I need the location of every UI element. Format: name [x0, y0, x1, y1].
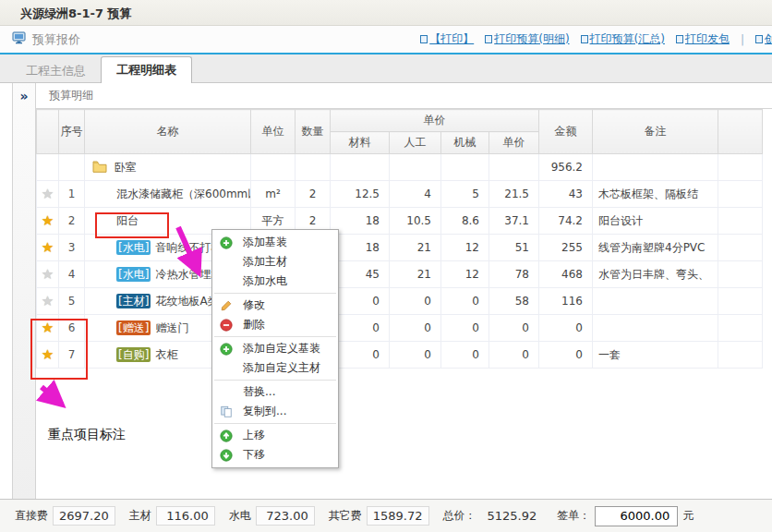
menu-replace[interactable]: 替换...	[212, 382, 338, 402]
left-gutter	[0, 83, 12, 499]
print-link-label: 【打印】	[429, 31, 474, 47]
star-icon[interactable]: ★	[42, 346, 54, 363]
star-icon[interactable]: ★	[42, 320, 54, 336]
sign-amount-input[interactable]	[595, 506, 678, 526]
cell-note	[593, 315, 718, 342]
pencil-icon	[220, 298, 238, 313]
menu-move-up[interactable]: 上移	[212, 426, 338, 445]
plumbing-label: 水电	[229, 508, 251, 524]
cell-star: ★	[37, 181, 59, 208]
print-budget-detail-link[interactable]: 打印预算(明细)	[485, 31, 569, 47]
header-seq: 序号	[59, 110, 85, 154]
star-icon[interactable]: ★	[42, 186, 54, 202]
link-separator: |	[741, 33, 744, 46]
other-fee-label: 其它费	[329, 508, 362, 524]
tag-zhucai: [主材]	[116, 294, 151, 308]
header-unit: 单位	[251, 110, 296, 154]
remove-circle-icon	[220, 318, 238, 332]
print-link[interactable]: 【打印】	[420, 31, 474, 47]
collapse-strip[interactable]: »	[12, 83, 36, 499]
header-material: 材料	[331, 132, 390, 154]
table-row[interactable]: ★ 5 [主材]花纹地板A类 0 0 0 58 116	[37, 288, 763, 315]
sign-label: 签单：	[557, 508, 590, 524]
cell-seq: 3	[59, 235, 85, 261]
print-links: 【打印】 打印预算(明细) 打印预算(汇总) 打印发包 | 创建	[420, 31, 772, 47]
tag-shuidian: [水电]	[116, 240, 151, 255]
down-circle-icon	[220, 448, 238, 463]
menu-add-main-material[interactable]: 添加主材	[212, 252, 338, 272]
cell-amount: 116	[539, 288, 593, 315]
cell-amount: 43	[539, 181, 593, 208]
item-name: 花纹地板A类	[155, 295, 218, 308]
currency-unit-label: 元	[682, 508, 694, 524]
cell-amount: 74.2	[539, 208, 593, 235]
star-icon[interactable]: ★	[42, 293, 54, 309]
main-panel: 预算明细 序号 名称 单位 数量 单价 金额	[36, 83, 772, 499]
menu-separator	[214, 380, 336, 381]
cell-name: 卧室	[85, 154, 251, 181]
header-qty: 数量	[296, 110, 331, 154]
cell-seq: 5	[59, 288, 85, 315]
header-star	[37, 110, 59, 154]
group-row[interactable]: 卧室 956.2	[37, 154, 763, 181]
cell-note: 阳台设计	[593, 208, 718, 235]
window-titlebar: 兴源绿洲8-1-7 预算	[0, 0, 772, 26]
cell-seq: 1	[59, 181, 85, 208]
header-unitprice: 单价	[489, 132, 539, 154]
tag-shuidian: [水电]	[116, 267, 151, 282]
header-labor: 人工	[390, 132, 441, 154]
cell-name: 混水漆储藏柜（深600mm以	[85, 181, 251, 208]
tab-project-main-info[interactable]: 工程主信息	[11, 59, 101, 82]
menu-add-custom-material[interactable]: 添加自定义主材	[212, 358, 338, 378]
star-icon[interactable]: ★	[42, 266, 54, 283]
print-icon	[676, 35, 683, 43]
tabstrip: 工程主信息 工程明细表	[0, 54, 772, 83]
item-name: 阳台	[116, 214, 139, 227]
table-row-highlighted[interactable]: ★ 2 阳台 平方 2 18 10.5 8.6 37.1 74.2 阳台设计	[37, 208, 763, 235]
menu-move-down[interactable]: 下移	[212, 445, 338, 465]
print-icon	[420, 35, 428, 43]
menu-separator	[214, 423, 336, 424]
menu-edit[interactable]: 修改	[212, 296, 338, 315]
direct-fee-value: 2697.20	[53, 506, 115, 526]
create-link[interactable]: 创建	[755, 31, 772, 47]
menu-delete[interactable]: 删除	[212, 315, 338, 334]
table-row[interactable]: ★ 7 [自购]衣柜 0 0 0 0 0 一套	[37, 342, 763, 369]
cell-amount: 0	[539, 342, 593, 369]
cell-amount: 255	[539, 235, 593, 261]
cell-seq	[59, 154, 85, 181]
cell-note: 水管为日丰牌、弯头、	[593, 261, 718, 288]
print-contract-link[interactable]: 打印发包	[676, 31, 730, 47]
print-budget-summary-link[interactable]: 打印预算(汇总)	[581, 31, 665, 47]
section-title: 预算明细	[36, 83, 772, 109]
print-link-label: 打印预算(明细)	[494, 31, 569, 47]
cell-note: 一套	[593, 342, 718, 369]
menu-label: 删除	[243, 317, 265, 332]
main-material-value: 116.00	[156, 506, 215, 526]
table-row[interactable]: ★ 3 [水电]音响线不打槽 18 21 12 51 255 线管为南塑牌4分P…	[37, 235, 763, 261]
direct-fee-label: 直接费	[15, 508, 48, 524]
menu-add-plumbing[interactable]: 添加水电	[212, 272, 338, 291]
window-title: 兴源绿洲8-1-7 预算	[20, 6, 131, 20]
star-icon[interactable]: ★	[42, 212, 54, 229]
header-name: 名称	[85, 110, 251, 154]
print-link-label: 创建	[765, 31, 772, 47]
total-label: 总价：	[443, 508, 476, 524]
menu-copy-to[interactable]: 复制到...	[212, 402, 338, 421]
cell-star: ★	[37, 208, 59, 235]
tab-project-detail-table[interactable]: 工程明细表	[101, 56, 192, 83]
menu-add-base-decoration[interactable]: 添加基装	[212, 233, 338, 252]
table-row[interactable]: ★ 4 [水电]冷热水管埋墙 45 21 12 78 468 水管为日丰牌、弯头…	[37, 261, 763, 288]
menu-add-custom-base[interactable]: 添加自定义基装	[212, 339, 338, 358]
copy-icon	[220, 405, 238, 419]
cell-seq: 6	[59, 315, 85, 342]
star-icon[interactable]: ★	[42, 239, 54, 256]
plumbing-value: 723.00	[256, 506, 315, 526]
budget-table: 序号 名称 单位 数量 单价 金额 备注 材料 人工 机械 单价	[36, 109, 763, 369]
cell-star	[37, 154, 59, 181]
table-row[interactable]: ★ 6 [赠送]赠送门 0 0 0 0 0	[37, 315, 763, 342]
print-icon	[581, 35, 588, 43]
cell-note	[593, 288, 718, 315]
total-value: 5125.92	[481, 506, 544, 526]
table-row[interactable]: ★ 1 混水漆储藏柜（深600mm以 m² 2 12.5 4 5 21.5 43…	[37, 181, 763, 208]
